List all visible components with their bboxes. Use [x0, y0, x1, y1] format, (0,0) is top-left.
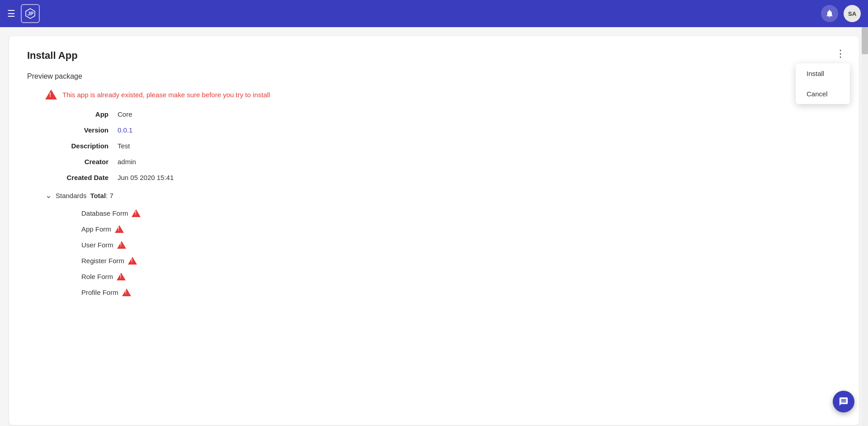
dropdown-menu: Install Cancel: [796, 63, 850, 104]
list-item: App Form: [81, 225, 841, 233]
version-label: Version: [45, 126, 108, 134]
warning-banner: This app is already existed, please make…: [27, 90, 841, 99]
version-value[interactable]: 0.0.1: [118, 126, 132, 134]
description-label: Description: [45, 142, 108, 150]
list-item: User Form: [81, 241, 841, 249]
app-value: Core: [118, 110, 132, 118]
created-date-label: Created Date: [45, 174, 108, 181]
scrollbar-track[interactable]: [862, 27, 868, 426]
chevron-down-icon[interactable]: ⌄: [45, 190, 52, 200]
form-name-5: Profile Form: [81, 289, 118, 296]
avatar-button[interactable]: SA: [844, 5, 861, 22]
description-value: Test: [118, 142, 130, 150]
app-label: App: [45, 110, 108, 118]
creator-value: admin: [118, 158, 136, 166]
header: ☰ JP SA: [0, 0, 868, 27]
menu-icon[interactable]: ☰: [7, 8, 15, 19]
warning-icon-3: [128, 257, 137, 265]
page-title: Install App: [27, 50, 841, 62]
scrollbar-thumb[interactable]: [862, 27, 868, 54]
main-content: Install App ⋮ Install Cancel Preview pac…: [9, 36, 859, 425]
info-row-created-date: Created Date Jun 05 2020 15:41: [45, 174, 841, 181]
warning-icon-5: [122, 289, 131, 296]
info-row-creator: Creator admin: [45, 158, 841, 166]
warning-icon: [45, 90, 57, 99]
chat-fab-button[interactable]: [833, 391, 854, 412]
warning-icon-1: [115, 225, 124, 233]
standards-row: ⌄ Standards Total: 7: [45, 190, 841, 200]
form-name-0: Database Form: [81, 209, 128, 217]
warning-icon-4: [117, 273, 126, 280]
creator-label: Creator: [45, 158, 108, 166]
warning-icon-0: [132, 209, 141, 217]
standards-label: Standards: [56, 192, 86, 199]
warning-text: This app is already existed, please make…: [62, 91, 270, 99]
form-items-list: Database Form App Form User Form Registe…: [81, 209, 841, 296]
more-options-button[interactable]: ⋮: [835, 49, 845, 59]
logo: JP: [21, 4, 40, 23]
info-row-description: Description Test: [45, 142, 841, 150]
list-item: Database Form: [81, 209, 841, 217]
info-table: App Core Version 0.0.1 Description Test …: [45, 110, 841, 181]
install-menu-item[interactable]: Install: [796, 63, 850, 84]
info-row-app: App Core: [45, 110, 841, 118]
svg-text:JP: JP: [28, 11, 33, 16]
form-name-3: Register Form: [81, 257, 124, 265]
list-item: Role Form: [81, 273, 841, 280]
warning-icon-2: [117, 241, 126, 249]
cancel-menu-item[interactable]: Cancel: [796, 84, 850, 104]
section-label: Preview package: [27, 72, 841, 80]
header-right: SA: [821, 5, 861, 22]
form-name-1: App Form: [81, 225, 111, 233]
info-row-version: Version 0.0.1: [45, 126, 841, 134]
created-date-value: Jun 05 2020 15:41: [118, 174, 174, 181]
list-item: Register Form: [81, 257, 841, 265]
notification-button[interactable]: [821, 5, 838, 22]
form-name-2: User Form: [81, 241, 113, 249]
form-name-4: Role Form: [81, 273, 113, 280]
standards-total: Total: 7: [90, 192, 113, 199]
list-item: Profile Form: [81, 289, 841, 296]
